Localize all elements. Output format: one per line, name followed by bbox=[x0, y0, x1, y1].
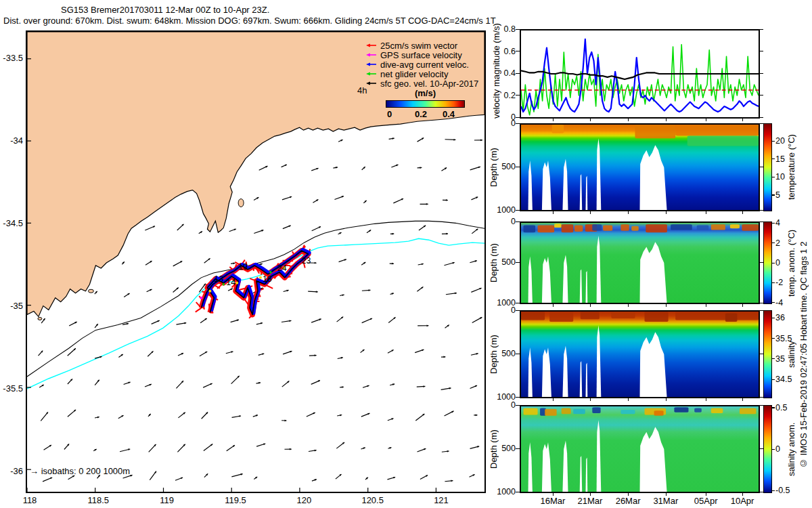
date-tick-mark bbox=[553, 211, 554, 214]
legend-colorbar-tick: 0 bbox=[387, 109, 407, 119]
colorbar-tick-label: 34.5 bbox=[775, 375, 792, 384]
dive-number-label: 24 bbox=[277, 263, 287, 273]
y-tick-label: 500 bbox=[486, 257, 516, 267]
salinity-colorbar bbox=[763, 310, 772, 398]
salinity-section bbox=[520, 310, 760, 398]
temperature-colorbar bbox=[763, 123, 772, 211]
y-tick-mark bbox=[760, 51, 763, 51]
map-x-tick: 120.5 bbox=[359, 495, 386, 505]
colorbar-tick-mark bbox=[772, 379, 775, 380]
date-tick-mark bbox=[706, 211, 706, 214]
y-tick-label: 1000 bbox=[486, 298, 516, 308]
legend-time-scale: 4h bbox=[357, 85, 367, 96]
date-tick-mark bbox=[590, 398, 591, 401]
y-tick-mark bbox=[760, 117, 763, 118]
y-tick-label: 500 bbox=[486, 162, 516, 171]
legend-item: net glider velocity bbox=[365, 69, 487, 79]
y-tick-label: 1000 bbox=[486, 487, 516, 496]
panel-ylabel: Depth (m) bbox=[489, 310, 499, 398]
map-y-tick: -34.5 bbox=[0, 218, 23, 228]
legend-item: GPS surface velocity bbox=[365, 50, 487, 60]
colorbar-tick-mark bbox=[772, 449, 775, 450]
date-tick-mark bbox=[706, 493, 706, 496]
date-tick-label: 10Apr bbox=[727, 496, 757, 506]
date-tick-mark bbox=[706, 304, 706, 307]
colorbar-tick-label: -2 bbox=[775, 278, 783, 287]
dive-number-label: 16 bbox=[263, 274, 272, 284]
temp-anomaly-colorbar bbox=[763, 221, 772, 304]
date-tick-label: 16Mar bbox=[538, 496, 568, 506]
legend-item-label: sfc geo. vel. 10-Apr-2017 bbox=[380, 79, 478, 89]
map-x-tick: 119 bbox=[154, 495, 181, 505]
date-tick-mark bbox=[590, 211, 591, 214]
imos-credit: © IMOS 15-Feb-2019 02:47:05 Hobart time.… bbox=[798, 203, 809, 507]
salinity-anomaly-section bbox=[520, 405, 760, 493]
colorbar-tick-mark bbox=[772, 194, 775, 195]
date-tick-mark bbox=[590, 493, 591, 496]
colorbar-tick-mark bbox=[772, 158, 775, 159]
panel-ylabel: Depth (m) bbox=[489, 405, 499, 493]
y-tick-label: 0.6 bbox=[486, 47, 516, 56]
map-y-tick: -34 bbox=[0, 135, 23, 146]
date-tick-label: 05Apr bbox=[691, 496, 721, 506]
colorbar-tick-label: 4 bbox=[775, 218, 780, 228]
colorbar-unit-label: salinity bbox=[786, 310, 796, 398]
scale-arrow-icon: → bbox=[30, 466, 41, 476]
colorbar-tick-label: -0.5 bbox=[775, 486, 790, 495]
velocity-magnitude-chart bbox=[520, 29, 760, 119]
legend-colorbar-tick: 0.2 bbox=[415, 109, 435, 119]
legend-arrow-icon bbox=[365, 42, 378, 49]
legend-item: dive-avg current veloc. bbox=[365, 60, 487, 69]
y-tick-label: 0 bbox=[486, 112, 516, 122]
date-tick-mark bbox=[553, 119, 554, 121]
map-legend: 25cm/s swim vectorGPS surface velocitydi… bbox=[365, 41, 487, 88]
date-tick-mark bbox=[553, 493, 554, 496]
map-x-tick: 118 bbox=[16, 495, 43, 505]
map-y-tick: -36 bbox=[0, 466, 23, 476]
map-x-tick: 121 bbox=[428, 495, 455, 505]
salinity-anomaly-colorbar bbox=[763, 405, 772, 493]
legend-item: sfc geo. vel. 10-Apr-2017 bbox=[365, 79, 487, 88]
figure-subtitle: Dist. over ground: 670km. Dist. swum: 64… bbox=[3, 16, 496, 26]
temperature-section bbox=[520, 123, 760, 211]
legend-colorbar-tick: 0.4 bbox=[443, 109, 463, 119]
map-x-tick: 120 bbox=[290, 495, 317, 505]
map-y-tick: -35.5 bbox=[0, 383, 23, 394]
colorbar-tick-label: -4 bbox=[775, 298, 783, 308]
date-tick-mark bbox=[666, 398, 667, 401]
colorbar-tick-label: 2 bbox=[775, 238, 780, 248]
isobaths-note: → isobaths: 0 200 1000m bbox=[30, 466, 130, 476]
colorbar-unit-label: salinity anom. bbox=[786, 405, 796, 493]
colorbar-tick-label: 5 bbox=[775, 190, 780, 200]
legend-arrow-icon bbox=[365, 61, 378, 68]
colorbar-tick-label: 36 bbox=[775, 313, 785, 322]
dive-number-label: 14 bbox=[226, 278, 235, 287]
y-tick-label: 0.8 bbox=[486, 24, 516, 34]
panel-ylabel: Depth (m) bbox=[489, 221, 499, 304]
colorbar-tick-label: 0 bbox=[775, 258, 780, 268]
date-tick-mark bbox=[706, 398, 706, 401]
dive-number-label: 13 bbox=[214, 274, 223, 284]
colorbar-tick-label: 35 bbox=[775, 354, 785, 364]
legend-arrow-icon bbox=[365, 51, 378, 58]
date-tick-mark bbox=[628, 398, 629, 401]
colorbar-tick-label: 0 bbox=[775, 444, 780, 454]
y-tick-label: 1000 bbox=[486, 392, 516, 402]
colorbar-tick-label: 10 bbox=[775, 172, 785, 182]
colorbar-tick-label: 35.5 bbox=[775, 334, 792, 343]
colorbar-tick-mark bbox=[772, 318, 775, 318]
map-x-tick: 118.5 bbox=[85, 495, 112, 505]
date-tick-label: 31Mar bbox=[651, 496, 681, 506]
dive-number-label: 19 bbox=[238, 262, 248, 272]
date-tick-mark bbox=[628, 211, 629, 214]
legend-item-label: GPS surface velocity bbox=[380, 50, 462, 60]
legend-item-label: 25cm/s swim vector bbox=[380, 41, 457, 51]
date-tick-mark bbox=[628, 119, 629, 121]
legend-item-label: dive-avg current veloc. bbox=[380, 60, 469, 70]
colorbar-tick-mark bbox=[772, 242, 775, 243]
legend-colorbar bbox=[386, 100, 465, 108]
date-tick-mark bbox=[553, 304, 554, 307]
colorbar-tick-mark bbox=[772, 302, 775, 303]
y-tick-label: 0 bbox=[486, 217, 516, 226]
dive-number-label: 23 bbox=[302, 256, 311, 266]
